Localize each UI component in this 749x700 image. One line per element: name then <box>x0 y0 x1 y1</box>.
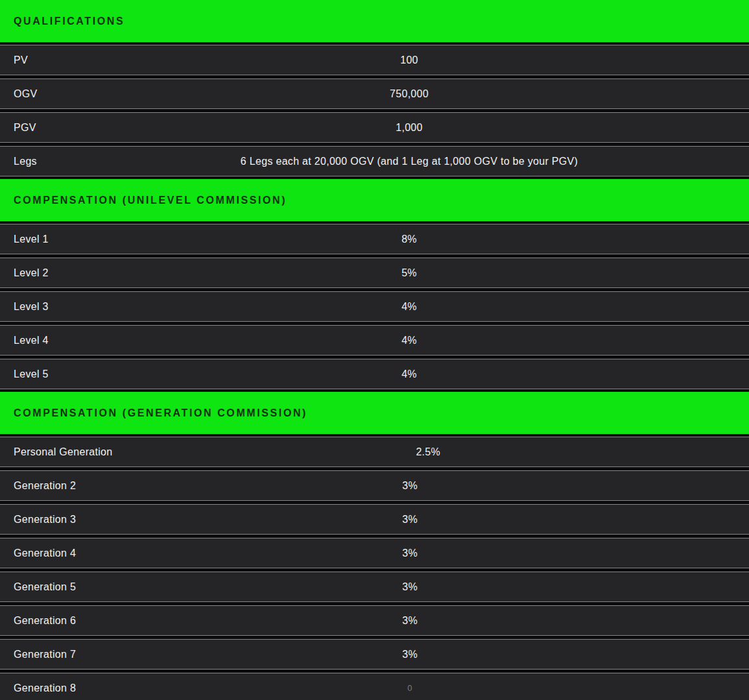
row-value: 1,000 <box>75 122 749 134</box>
row-label: Generation 8 <box>0 682 76 694</box>
row-label: Level 4 <box>0 335 75 346</box>
section-generation-commission: COMPENSATION (GENERATION COMMISSION) Per… <box>0 392 749 700</box>
row-value: 4% <box>75 368 749 380</box>
section-title: COMPENSATION (UNILEVEL COMMISSION) <box>14 195 287 206</box>
row-label: Generation 4 <box>0 548 76 559</box>
section-header-qualifications: QUALIFICATIONS <box>0 0 749 42</box>
row-value: 750,000 <box>75 88 749 100</box>
table-row-level-5: Level 5 4% <box>0 359 749 389</box>
table-row-generation-2: Generation 2 3% <box>0 470 749 501</box>
row-label: Level 5 <box>0 368 75 380</box>
compensation-plan-table: QUALIFICATIONS PV 100 OGV 750,000 PGV 1,… <box>0 0 749 700</box>
row-value: 4% <box>75 335 749 346</box>
table-row-level-2: Level 2 5% <box>0 258 749 288</box>
section-header-unilevel: COMPENSATION (UNILEVEL COMMISSION) <box>0 179 749 221</box>
section-qualifications: QUALIFICATIONS PV 100 OGV 750,000 PGV 1,… <box>0 0 749 176</box>
row-label: Generation 7 <box>0 649 76 660</box>
table-row-generation-3: Generation 3 3% <box>0 504 749 535</box>
row-label: Generation 5 <box>0 581 76 593</box>
table-row-level-3: Level 3 4% <box>0 291 749 322</box>
row-label: OGV <box>0 88 75 100</box>
row-value: 3% <box>76 581 749 593</box>
table-row-generation-8: Generation 8 0 <box>0 673 749 700</box>
row-value-muted: 0 <box>76 683 749 693</box>
row-value: 3% <box>76 480 749 492</box>
table-row-generation-4: Generation 4 3% <box>0 538 749 568</box>
row-value: 5% <box>75 267 749 279</box>
row-label: PGV <box>0 122 75 134</box>
table-row-pv: PV 100 <box>0 45 749 75</box>
row-value: 4% <box>75 301 749 313</box>
row-label: Level 3 <box>0 301 75 313</box>
table-row-generation-7: Generation 7 3% <box>0 639 749 670</box>
row-label: Level 1 <box>0 234 75 245</box>
row-value: 3% <box>76 514 749 525</box>
row-label: Generation 6 <box>0 615 76 627</box>
row-value: 3% <box>76 615 749 627</box>
row-value: 8% <box>75 234 749 245</box>
row-label: PV <box>0 54 75 66</box>
section-title: COMPENSATION (GENERATION COMMISSION) <box>14 407 307 419</box>
section-title: QUALIFICATIONS <box>14 16 125 27</box>
table-row-pgv: PGV 1,000 <box>0 112 749 143</box>
table-row-generation-6: Generation 6 3% <box>0 605 749 636</box>
row-value: 2.5% <box>112 446 749 458</box>
table-row-ogv: OGV 750,000 <box>0 78 749 109</box>
row-label: Generation 3 <box>0 514 76 525</box>
row-label: Legs <box>0 156 75 167</box>
section-unilevel-commission: COMPENSATION (UNILEVEL COMMISSION) Level… <box>0 179 749 389</box>
table-row-personal-generation: Personal Generation 2.5% <box>0 437 749 467</box>
row-label: Personal Generation <box>0 446 112 458</box>
table-row-level-1: Level 1 8% <box>0 224 749 254</box>
row-value: 3% <box>76 649 749 660</box>
row-label: Level 2 <box>0 267 75 279</box>
section-header-generation: COMPENSATION (GENERATION COMMISSION) <box>0 392 749 434</box>
row-value: 100 <box>75 54 749 66</box>
table-row-generation-5: Generation 5 3% <box>0 572 749 602</box>
row-value: 3% <box>76 548 749 559</box>
table-row-level-4: Level 4 4% <box>0 325 749 356</box>
row-label: Generation 2 <box>0 480 76 492</box>
row-value: 6 Legs each at 20,000 OGV (and 1 Leg at … <box>75 156 749 167</box>
table-row-legs: Legs 6 Legs each at 20,000 OGV (and 1 Le… <box>0 146 749 176</box>
